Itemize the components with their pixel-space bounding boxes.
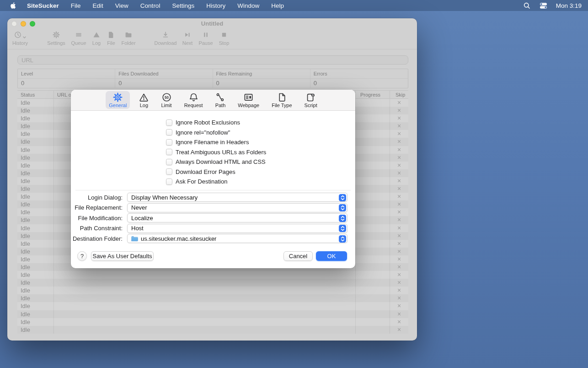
control-center-icon[interactable] [540,2,547,10]
table-row[interactable]: Idle× [17,310,408,318]
skip-x-icon[interactable]: × [390,271,408,279]
column-header-progress[interactable]: Progress [356,91,390,98]
skip-x-icon[interactable]: × [390,240,408,248]
skip-x-icon[interactable]: × [390,162,408,169]
menu-item-edit[interactable]: Edit [93,2,103,9]
tab-webpage[interactable]: Webpage [235,91,262,109]
file-modification-select[interactable]: Localize [127,213,347,222]
dropdown-label: Destination Folder: [71,235,123,242]
tab-script[interactable]: Script [301,91,321,109]
skip-x-icon[interactable]: × [390,122,408,130]
destination-folder-select[interactable]: us.sitesucker.mac.sitesucker [127,234,347,243]
table-row[interactable]: Idle× [17,294,408,302]
dropdown-value: Host [131,225,144,232]
ok-button[interactable]: OK [316,251,347,261]
skip-x-icon[interactable]: × [390,177,408,185]
skip-x-icon[interactable]: × [390,294,408,302]
skip-x-icon[interactable]: × [390,146,408,154]
tab-label: File Type [272,103,292,108]
gear-icon [53,31,60,38]
menu-item-control[interactable]: Control [140,2,160,9]
checkbox-ignore-filename-in-headers[interactable] [166,139,172,146]
window-titlebar[interactable]: Untitled [7,18,417,29]
skip-x-icon[interactable]: × [390,310,408,318]
skip-x-icon[interactable]: × [390,302,408,310]
menu-item-window[interactable]: Window [237,2,259,9]
skip-x-icon[interactable]: × [390,224,408,232]
row-status: Idle [17,99,54,107]
menu-item-history[interactable]: History [206,2,225,9]
column-header-skip[interactable]: Skip [390,91,408,98]
checkbox-ignore-rel-nofollow-[interactable] [166,129,172,135]
stepper-chevrons-icon[interactable] [339,235,346,243]
dropdown-row: Login Dialog:Display When Necessary [71,192,355,203]
file-replacement-select[interactable]: Never [127,203,347,212]
login-dialog-select[interactable]: Display When Necessary [127,193,347,202]
table-row[interactable]: Idle× [17,326,408,334]
skip-x-icon[interactable]: × [390,154,408,162]
table-row[interactable]: Idle× [17,271,408,279]
tab-path[interactable]: Path [212,91,229,109]
skip-x-icon[interactable]: × [390,107,408,114]
skip-x-icon[interactable]: × [390,263,408,271]
tab-file-type[interactable]: File Type [268,91,295,109]
menu-item-view[interactable]: View [115,2,128,9]
url-input[interactable] [17,55,408,65]
dropdown-label: Login Dialog: [71,194,123,201]
checkbox-ignore-robot-exclusions[interactable] [166,119,172,126]
skip-x-icon[interactable]: × [390,200,408,208]
table-row[interactable]: Idle× [17,287,408,294]
tab-request[interactable]: Request [181,91,206,109]
skip-x-icon[interactable]: × [390,255,408,263]
menu-item-app[interactable]: SiteSucker [27,2,59,9]
apple-menu-icon[interactable] [10,2,17,9]
skip-x-icon[interactable]: × [390,208,408,216]
stepper-chevrons-icon[interactable] [339,194,346,201]
checkbox-download-error-pages[interactable] [166,168,172,175]
folder-icon [125,31,132,38]
skip-x-icon[interactable]: × [390,130,408,138]
checkbox-treat-ambiguous-urls-as-folders[interactable] [166,149,172,155]
toolbar-folder-button[interactable]: Folder [109,31,148,46]
tab-limit[interactable]: 50Limit [158,91,175,109]
row-progress [356,177,390,185]
skip-x-icon[interactable]: × [390,99,408,107]
skip-x-icon[interactable]: × [390,114,408,122]
skip-x-icon[interactable]: × [390,248,408,255]
toolbar-history-button[interactable]: History [1,31,39,46]
tab-log[interactable]: Log [136,91,152,109]
row-status: Idle [17,279,54,287]
skip-x-icon[interactable]: × [390,232,408,240]
skip-x-icon[interactable]: × [390,216,408,224]
help-button[interactable]: ? [77,251,87,261]
table-row[interactable]: Idle× [17,318,408,326]
skip-x-icon[interactable]: × [390,326,408,334]
checkbox-always-download-html-and-css[interactable] [166,159,172,165]
row-progress [356,310,390,318]
table-row[interactable]: Idle× [17,302,408,310]
menu-item-help[interactable]: Help [271,2,284,9]
skip-x-icon[interactable]: × [390,318,408,326]
checkbox-ask-for-destination[interactable] [166,179,172,185]
menu-item-settings[interactable]: Settings [172,2,194,9]
stepper-chevrons-icon[interactable] [339,204,346,211]
skip-x-icon[interactable]: × [390,169,408,177]
stepper-chevrons-icon[interactable] [339,215,346,222]
tab-general[interactable]: General [106,91,130,109]
skip-x-icon[interactable]: × [390,279,408,287]
skip-x-icon[interactable]: × [390,185,408,193]
toolbar-stop-button[interactable]: Stop [205,31,243,46]
skip-x-icon[interactable]: × [390,138,408,146]
table-row[interactable]: Idle× [17,279,408,287]
path-icon [215,92,225,102]
path-constraint-select[interactable]: Host [127,224,347,233]
save-as-user-defaults-button[interactable]: Save As User Defaults [91,251,154,261]
column-header-status[interactable]: Status [17,91,54,98]
skip-x-icon[interactable]: × [390,193,408,200]
menu-item-file[interactable]: File [71,2,81,9]
cancel-button[interactable]: Cancel [283,251,313,261]
menu-clock[interactable]: Mon 3:19 [556,2,582,9]
search-icon[interactable] [523,2,531,10]
stepper-chevrons-icon[interactable] [339,225,346,232]
skip-x-icon[interactable]: × [390,287,408,294]
